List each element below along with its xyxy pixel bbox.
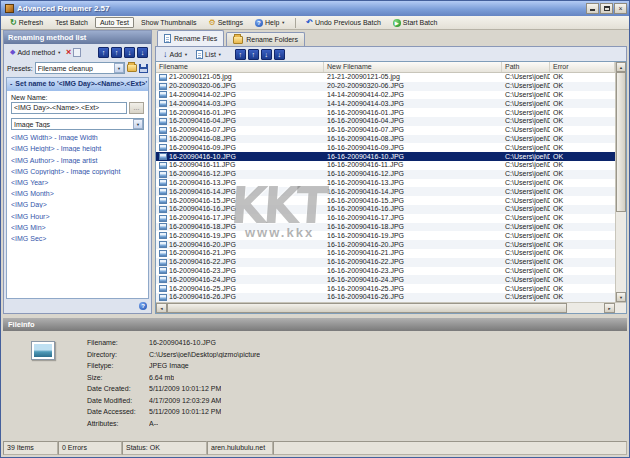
cell-filename: 16-20090416-17.JPG bbox=[156, 214, 324, 222]
table-row[interactable]: 16-20090416-07.JPG 16-16-20090416-07.JPG… bbox=[156, 126, 615, 135]
tag-link[interactable]: <IMG Author> - Image artist bbox=[11, 157, 144, 164]
browse-button[interactable]: ... bbox=[129, 102, 144, 114]
add-files-button[interactable]: ↓ Add ▼ bbox=[160, 48, 191, 61]
table-row[interactable]: 16-20090416-04.JPG 16-16-20090416-04.JPG… bbox=[156, 117, 615, 126]
refresh-button[interactable]: ↻ Refresh bbox=[5, 17, 48, 29]
help-button[interactable]: ? Help ▼ bbox=[250, 17, 290, 29]
fileinfo-row: Filetype: JPEG Image bbox=[87, 360, 623, 372]
cell-path: C:\Users\joel\D... bbox=[502, 73, 550, 81]
table-row[interactable]: 16-20090416-17.JPG 16-16-20090416-17.JPG… bbox=[156, 214, 615, 223]
move-method-down-button[interactable]: ↓ bbox=[124, 47, 135, 58]
copy-method-button[interactable] bbox=[73, 48, 81, 57]
table-row[interactable]: 16-20090416-26.JPG 16-16-20090416-26.JPG… bbox=[156, 293, 615, 302]
column-new-filename[interactable]: New Filename bbox=[324, 62, 502, 72]
move-file-down-button[interactable]: ↓ bbox=[261, 49, 272, 60]
image-file-icon bbox=[159, 171, 167, 178]
minimize-button[interactable] bbox=[586, 3, 599, 14]
scroll-up-button[interactable]: ▲ bbox=[616, 62, 626, 72]
move-file-bottom-button[interactable]: ↓ bbox=[274, 49, 285, 60]
tag-link[interactable]: <IMG Copyright> - Image copyright bbox=[11, 168, 144, 175]
titlebar[interactable]: Advanced Renamer 2.57 × bbox=[1, 1, 629, 16]
tag-link[interactable]: <IMG Day> bbox=[11, 201, 144, 208]
image-tags-dropdown-icon[interactable]: ▼ bbox=[133, 119, 143, 129]
move-file-up-button[interactable]: ↑ bbox=[248, 49, 259, 60]
tag-link[interactable]: <IMG Height> - Image height bbox=[11, 145, 144, 152]
table-row[interactable]: 16-20090416-09.JPG 16-16-20090416-09.JPG… bbox=[156, 143, 615, 152]
column-error[interactable]: Error bbox=[550, 62, 615, 72]
test-batch-button[interactable]: Test Batch bbox=[50, 17, 93, 28]
table-row[interactable]: 16-20090416-21.JPG 16-16-20090416-21.JPG… bbox=[156, 249, 615, 258]
table-row[interactable]: 16-20090416-15.JPG 16-16-20090416-15.JPG… bbox=[156, 196, 615, 205]
move-method-top-button[interactable]: ↑ bbox=[98, 47, 109, 58]
scroll-right-button[interactable]: ► bbox=[604, 303, 615, 313]
table-row[interactable]: 16-20090416-19.JPG 16-16-20090416-19.JPG… bbox=[156, 231, 615, 240]
table-row[interactable]: 16-20090416-13.JPG 16-16-20090416-13.JPG… bbox=[156, 179, 615, 188]
presets-combobox[interactable]: Filename cleanup ▼ bbox=[35, 62, 125, 74]
vertical-scrollbar[interactable]: ▲ ▼ bbox=[615, 62, 626, 302]
move-file-top-button[interactable]: ↑ bbox=[235, 49, 246, 60]
close-button[interactable]: × bbox=[614, 3, 627, 14]
auto-test-button[interactable]: Auto Test bbox=[95, 17, 134, 28]
column-path[interactable]: Path bbox=[502, 62, 550, 72]
toolbar-separator bbox=[295, 18, 296, 28]
table-row[interactable]: 16-20090416-11.JPG 16-16-20090416-11.JPG… bbox=[156, 161, 615, 170]
image-file-icon bbox=[159, 135, 167, 142]
start-batch-button[interactable]: ▶ Start Batch bbox=[388, 17, 443, 29]
add-method-icon: ◆ bbox=[10, 48, 15, 56]
column-filename[interactable]: Filename bbox=[156, 62, 324, 72]
file-tab-icon bbox=[164, 34, 171, 43]
table-row[interactable]: 16-20090416-16.JPG 16-16-20090416-16.JPG… bbox=[156, 205, 615, 214]
method-help-icon[interactable]: ? bbox=[139, 302, 147, 310]
horizontal-scroll-thumb[interactable] bbox=[167, 303, 567, 313]
table-row[interactable]: 14-20090414-03.JPG 14-14-20090414-03.JPG… bbox=[156, 99, 615, 108]
add-method-button[interactable]: ◆ Add method ▼ bbox=[7, 46, 64, 58]
tag-link[interactable]: <IMG Hour> bbox=[11, 213, 144, 220]
tag-link[interactable]: <IMG Year> bbox=[11, 179, 144, 186]
settings-button[interactable]: ⚙ Settings bbox=[203, 17, 247, 29]
table-row[interactable]: 16-20090416-01.JPG 16-16-20090416-01.JPG… bbox=[156, 108, 615, 117]
collapse-icon[interactable]: - bbox=[10, 80, 12, 91]
remove-method-button[interactable]: × bbox=[66, 48, 71, 57]
tag-link[interactable]: <IMG Width> - Image Width bbox=[11, 134, 144, 141]
restore-button[interactable] bbox=[600, 3, 613, 14]
undo-icon: ↶ bbox=[306, 19, 313, 27]
presets-dropdown-icon[interactable]: ▼ bbox=[114, 63, 124, 73]
new-name-input[interactable]: <IMG Day>-<Name>.<Ext> bbox=[11, 102, 127, 114]
table-row[interactable]: 21-20090121-05.jpg 21-21-20090121-05.jpg… bbox=[156, 73, 615, 82]
fileinfo-row: Date Accessed: 5/11/2009 10:01:12 PM bbox=[87, 406, 623, 418]
image-tags-combobox[interactable]: Image Tags ▼ bbox=[11, 118, 144, 130]
horizontal-scrollbar[interactable]: ◄ ► bbox=[156, 302, 626, 313]
table-row[interactable]: 16-20090416-18.JPG 16-16-20090416-18.JPG… bbox=[156, 223, 615, 232]
tab-rename-folders[interactable]: Rename Folders bbox=[226, 32, 305, 46]
list-button[interactable]: List ▼ bbox=[193, 48, 225, 61]
show-thumbnails-button[interactable]: Show Thumbnails bbox=[136, 17, 202, 28]
cell-filename: 16-20090416-01.JPG bbox=[156, 109, 324, 117]
tab-rename-files[interactable]: Rename Files bbox=[157, 30, 224, 46]
table-row[interactable]: 16-20090416-22.JPG 16-16-20090416-22.JPG… bbox=[156, 258, 615, 267]
table-row[interactable]: 16-20090416-20.JPG 16-16-20090416-20.JPG… bbox=[156, 240, 615, 249]
move-method-bottom-button[interactable]: ↓ bbox=[137, 47, 148, 58]
table-row[interactable]: 16-20090416-12.JPG 16-16-20090416-12.JPG… bbox=[156, 170, 615, 179]
scroll-down-button[interactable]: ▼ bbox=[616, 292, 626, 302]
vertical-scroll-thumb[interactable] bbox=[616, 72, 626, 212]
table-row[interactable]: 14-20090414-02.JPG 14-14-20090414-02.JPG… bbox=[156, 91, 615, 100]
tag-link[interactable]: <IMG Sec> bbox=[11, 235, 144, 242]
save-preset-button[interactable] bbox=[139, 64, 148, 73]
table-row[interactable]: 16-20090416-25.JPG 16-16-20090416-25.JPG… bbox=[156, 284, 615, 293]
image-file-icon bbox=[159, 118, 167, 125]
undo-previous-batch-button[interactable]: ↶ Undo Previous Batch bbox=[301, 17, 385, 29]
table-row[interactable]: 16-20090416-08.JPG 16-16-20090416-08.JPG… bbox=[156, 135, 615, 144]
table-row[interactable]: 16-20090416-14.JPG 16-16-20090416-14.JPG… bbox=[156, 187, 615, 196]
cell-filename: 16-20090416-04.JPG bbox=[156, 117, 324, 125]
open-preset-button[interactable] bbox=[127, 64, 137, 72]
tag-link[interactable]: <IMG Month> bbox=[11, 190, 144, 197]
table-row[interactable]: 16-20090416-10.JPG 16-16-20090416-10.JPG… bbox=[156, 152, 615, 161]
cell-path: C:\Users\joel\D... bbox=[502, 197, 550, 205]
table-row[interactable]: 20-20090320-06.JPG 20-20-20090320-06.JPG… bbox=[156, 82, 615, 91]
scroll-left-button[interactable]: ◄ bbox=[156, 303, 167, 313]
tag-link[interactable]: <IMG Min> bbox=[11, 224, 144, 231]
move-method-up-button[interactable]: ↑ bbox=[111, 47, 122, 58]
method-header[interactable]: - Set name to '<IMG Day>-<Name>.<Ext>' bbox=[7, 78, 148, 91]
table-row[interactable]: 16-20090416-23.JPG 16-16-20090416-23.JPG… bbox=[156, 267, 615, 276]
table-row[interactable]: 16-20090416-24.JPG 16-16-20090416-24.JPG… bbox=[156, 275, 615, 284]
